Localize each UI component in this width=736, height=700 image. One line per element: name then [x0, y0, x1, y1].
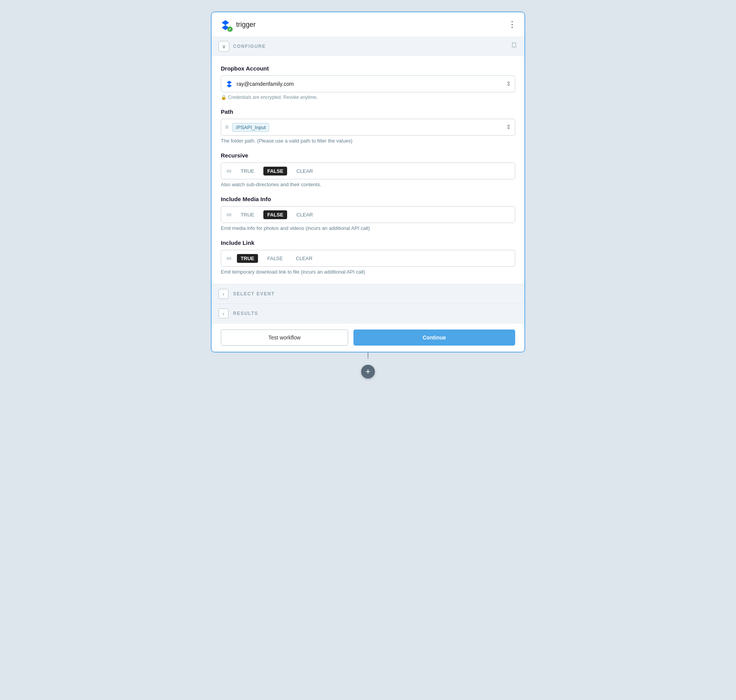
recursive-label: Recursive: [221, 152, 515, 159]
recursive-false-button[interactable]: FALSE: [263, 167, 287, 175]
continue-button[interactable]: Continue: [353, 330, 515, 346]
dropbox-account-value: ray@camdenfamily.com: [237, 81, 506, 87]
include-link-label: Include Link: [221, 239, 515, 246]
check-badge: ✓: [227, 26, 233, 32]
include-link-false-button[interactable]: FALSE: [263, 254, 286, 263]
svg-marker-3: [227, 81, 232, 88]
svg-marker-1: [222, 20, 229, 25]
dropbox-account-label: Dropbox Account: [221, 65, 515, 72]
include-link-true-button[interactable]: TRUE: [237, 254, 258, 263]
select-event-label: SELECT EVENT: [233, 291, 275, 297]
path-label: Path: [221, 108, 515, 115]
include-media-info-label: Include Media Info: [221, 196, 515, 202]
kebab-menu-button[interactable]: ⋮: [508, 20, 517, 30]
path-field: Path ≡ /PSAPI_Input ⇕ The folder path. (…: [221, 108, 515, 144]
path-select-arrows: ⇕: [506, 124, 511, 130]
toggle-infinity-icon: ∞: [227, 167, 232, 175]
configure-label: CONFIGURE: [233, 44, 266, 49]
header-left: ✓ trigger: [219, 18, 256, 31]
results-bar[interactable]: › RESULTS: [212, 303, 524, 323]
media-info-clear-button[interactable]: CLEAR: [292, 210, 317, 219]
form-body: Dropbox Account ray@camdenfamily.com ⇕ 🔒…: [212, 56, 524, 284]
path-hint: The folder path. (Please use a valid pat…: [221, 138, 515, 144]
media-info-hint: Emit media info for photos and videos (i…: [221, 225, 515, 231]
add-step-button[interactable]: +: [361, 365, 375, 379]
media-toggle-icon: ∞: [227, 211, 232, 219]
select-arrows-icon: ⇕: [506, 81, 511, 87]
test-workflow-button[interactable]: Test workflow: [221, 330, 348, 346]
lines-icon: ≡: [225, 124, 228, 131]
include-media-info-toggle-row: ∞ TRUE FALSE CLEAR: [221, 206, 515, 223]
lock-icon: 🔒: [221, 95, 227, 100]
workflow-card: ✓ trigger ⋮ ∨ CONFIGURE Dropbox Account: [211, 11, 525, 352]
path-value: /PSAPI_Input: [232, 123, 269, 132]
recursive-clear-button[interactable]: CLEAR: [292, 167, 317, 175]
configure-collapse-button[interactable]: ∨: [219, 41, 229, 52]
recursive-true-button[interactable]: TRUE: [237, 167, 258, 175]
dropbox-account-select[interactable]: ray@camdenfamily.com ⇕: [221, 75, 515, 92]
app-logo: ✓: [219, 18, 232, 31]
select-event-bar[interactable]: › SELECT EVENT: [212, 284, 524, 303]
recursive-toggle-row: ∞ TRUE FALSE CLEAR: [221, 162, 515, 179]
media-info-true-button[interactable]: TRUE: [237, 210, 258, 219]
configure-bar: ∨ CONFIGURE: [212, 37, 524, 56]
select-event-chevron: ›: [219, 289, 228, 299]
recursive-hint: Also watch sub-directories and their con…: [221, 182, 515, 187]
link-toggle-icon: ∞: [227, 254, 232, 262]
recursive-field: Recursive ∞ TRUE FALSE CLEAR Also watch …: [221, 152, 515, 187]
card-footer: Test workflow Continue: [212, 323, 524, 352]
media-info-false-button[interactable]: FALSE: [263, 210, 287, 219]
configure-left: ∨ CONFIGURE: [219, 41, 266, 52]
pin-icon[interactable]: [511, 42, 518, 51]
results-label: RESULTS: [233, 311, 258, 316]
path-select[interactable]: ≡ /PSAPI_Input ⇕: [221, 119, 515, 136]
include-link-field: Include Link ∞ TRUE FALSE CLEAR Emit tem…: [221, 239, 515, 275]
include-link-clear-button[interactable]: CLEAR: [292, 254, 316, 263]
connector-line: [368, 352, 368, 359]
card-header: ✓ trigger ⋮: [212, 12, 524, 37]
include-media-info-field: Include Media Info ∞ TRUE FALSE CLEAR Em…: [221, 196, 515, 231]
header-title: trigger: [236, 21, 256, 29]
include-link-toggle-row: ∞ TRUE FALSE CLEAR: [221, 250, 515, 267]
credentials-note: 🔒 Credentials are encrypted. Revoke anyt…: [221, 95, 515, 100]
dropbox-account-field: Dropbox Account ray@camdenfamily.com ⇕ 🔒…: [221, 65, 515, 100]
results-chevron: ›: [219, 308, 228, 318]
include-link-hint: Emit temporary download link to file (in…: [221, 269, 515, 275]
